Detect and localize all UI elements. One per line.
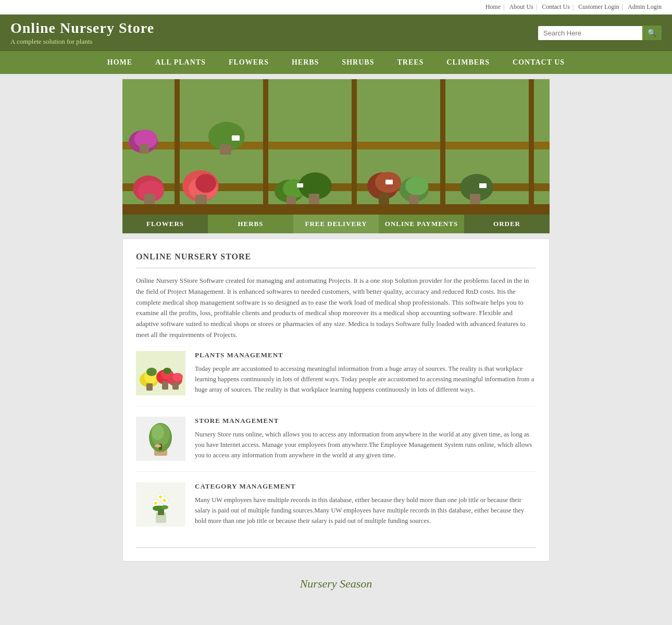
site-subtitle: A complete solution for plants	[10, 38, 154, 46]
svg-rect-32	[409, 195, 418, 205]
svg-point-54	[152, 424, 164, 440]
intro-text: Online Nursery SStore Software created f…	[136, 276, 536, 341]
nav-herbs[interactable]: HERBS	[280, 51, 330, 74]
search-icon: 🔍	[648, 29, 656, 37]
main-content: ONLINE NURSERY STORE Online Nursery SSto…	[122, 239, 550, 561]
svg-rect-7	[529, 79, 534, 215]
footer-text: Nursery Season	[300, 577, 372, 590]
feature-category: CATEGORY MANAGEMENT Many UW employees ha…	[136, 482, 536, 537]
category-image	[136, 482, 185, 527]
tab-free-delivery[interactable]: FREE DELIVERY	[293, 215, 379, 233]
svg-rect-5	[352, 79, 357, 215]
svg-rect-26	[297, 183, 303, 188]
search-input[interactable]	[538, 26, 642, 40]
header: Online Nursery Store A complete solution…	[0, 15, 672, 51]
hero-svg	[122, 79, 550, 215]
plants-image	[136, 351, 185, 395]
intro-divider	[136, 268, 536, 268]
svg-point-31	[405, 177, 428, 195]
hero-image	[122, 79, 550, 215]
top-bar: Home | About Us | Contact Us | Customer …	[0, 0, 672, 15]
svg-rect-34	[470, 194, 480, 205]
svg-rect-6	[440, 79, 445, 215]
search-box: 🔍	[538, 26, 662, 40]
store-title: STORE MANAGEMENT	[195, 417, 536, 425]
nav-shrubs[interactable]: SHRUBS	[330, 51, 385, 74]
nav-all-plants[interactable]: ALL PLANTS	[144, 51, 217, 74]
svg-point-66	[153, 506, 161, 511]
nav-home[interactable]: HOME	[96, 51, 144, 74]
category-title: CATEGORY MANAGEMENT	[195, 482, 536, 491]
svg-point-48	[146, 368, 157, 376]
brand: Online Nursery Store A complete solution…	[10, 20, 154, 46]
store-content: STORE MANAGEMENT Nursery Store runs onli…	[195, 417, 536, 460]
store-text: Nursery Store runs online, which allows …	[195, 429, 536, 460]
svg-point-49	[163, 368, 171, 374]
home-link[interactable]: Home	[486, 3, 501, 10]
hero-tabs: FLOWERS HERBS FREE DELIVERY ONLINE PAYME…	[122, 215, 550, 233]
nav-contact-us[interactable]: CONTACT US	[501, 51, 576, 74]
nav-trees[interactable]: TREES	[385, 51, 435, 74]
svg-point-61	[154, 502, 157, 505]
svg-point-67	[161, 505, 168, 509]
category-content: CATEGORY MANAGEMENT Many UW employees ha…	[195, 482, 536, 526]
tab-flowers[interactable]: FLOWERS	[122, 215, 208, 233]
svg-point-56	[155, 444, 161, 447]
svg-point-14	[195, 174, 216, 193]
plants-title: PLANTS MANAGEMENT	[195, 351, 536, 359]
plants-content: PLANTS MANAGEMENT Today people are accus…	[195, 351, 536, 395]
svg-rect-24	[220, 144, 231, 155]
svg-rect-19	[309, 194, 319, 205]
tab-herbs[interactable]: HERBS	[208, 215, 293, 233]
svg-point-63	[163, 499, 166, 502]
svg-point-46	[172, 373, 183, 381]
bottom-divider	[136, 547, 536, 548]
svg-rect-3	[175, 79, 180, 215]
about-link[interactable]: About Us	[509, 3, 533, 10]
svg-rect-44	[162, 381, 168, 390]
nav-climbers[interactable]: CLIMBERS	[435, 51, 501, 74]
tab-online-payments[interactable]: ONLINE PAYMENTS	[379, 215, 464, 233]
category-text: Many UW employees have multiple records …	[195, 495, 536, 526]
tab-order[interactable]: ORDER	[464, 215, 550, 233]
svg-rect-25	[232, 135, 240, 141]
svg-rect-29	[379, 193, 389, 204]
nav-flowers[interactable]: FLOWERS	[217, 51, 280, 74]
search-button[interactable]: 🔍	[642, 26, 662, 40]
main-nav: HOME ALL PLANTS FLOWERS HERBS SHRUBS TRE…	[0, 51, 672, 74]
svg-rect-36	[479, 183, 487, 188]
store-image	[136, 417, 185, 461]
svg-rect-43	[146, 383, 153, 391]
svg-rect-47	[172, 382, 179, 390]
svg-rect-37	[122, 204, 550, 215]
feature-store: STORE MANAGEMENT Nursery Store runs onli…	[136, 417, 536, 472]
feature-plants: PLANTS MANAGEMENT Today people are accus…	[136, 351, 536, 406]
svg-rect-1	[122, 142, 550, 149]
svg-rect-22	[140, 144, 149, 154]
svg-rect-35	[385, 180, 393, 184]
section-title: ONLINE NURSERY STORE	[136, 252, 536, 261]
plants-text: Today people are accustomed to accessing…	[195, 364, 536, 395]
admin-login-link[interactable]: Admin Login	[628, 3, 662, 10]
svg-rect-4	[263, 79, 268, 215]
contact-top-link[interactable]: Contact Us	[542, 3, 570, 10]
svg-point-65	[159, 495, 162, 498]
customer-login-link[interactable]: Customer Login	[578, 3, 619, 10]
site-title: Online Nursery Store	[10, 20, 154, 36]
footer-area: Nursery Season	[122, 567, 550, 601]
